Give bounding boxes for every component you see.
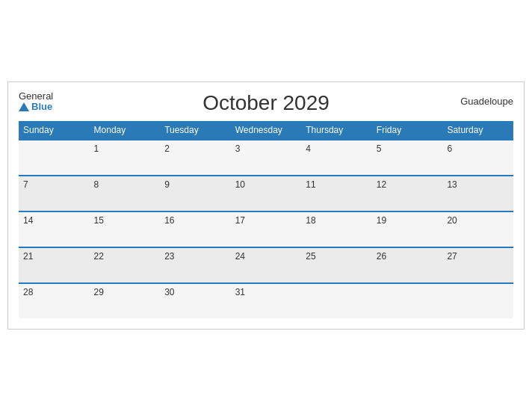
week-row-1: 123456 <box>19 140 513 176</box>
day-number: 16 <box>164 215 226 226</box>
day-number: 13 <box>447 179 509 190</box>
col-sunday: Sunday <box>19 121 90 140</box>
day-number: 25 <box>306 251 368 262</box>
day-cell: 31 <box>231 283 302 318</box>
day-number: 20 <box>447 215 509 226</box>
logo: General Blue <box>19 91 53 113</box>
logo-general-text: General <box>19 91 53 102</box>
day-cell: 11 <box>301 176 372 211</box>
day-cell: 7 <box>19 176 90 211</box>
day-number: 1 <box>94 143 156 154</box>
day-cell: 30 <box>160 283 231 318</box>
day-number: 15 <box>94 215 156 226</box>
day-number: 22 <box>94 251 156 262</box>
day-cell: 24 <box>231 247 302 283</box>
day-cell: 27 <box>442 247 513 283</box>
day-cell: 2 <box>160 140 231 176</box>
day-number: 23 <box>164 251 226 262</box>
day-number: 18 <box>306 215 368 226</box>
week-row-2: 78910111213 <box>19 176 513 211</box>
day-cell: 16 <box>160 211 231 247</box>
calendar-title: October 2029 <box>202 91 330 115</box>
calendar-body: 1234567891011121314151617181920212223242… <box>19 140 513 318</box>
day-number: 11 <box>306 179 368 190</box>
day-number: 7 <box>23 179 85 190</box>
day-number: 29 <box>94 287 156 297</box>
day-cell: 8 <box>90 176 161 211</box>
day-cell: 4 <box>301 140 372 176</box>
day-cell: 14 <box>19 211 90 247</box>
calendar-table: Sunday Monday Tuesday Wednesday Thursday… <box>19 121 513 318</box>
day-number: 8 <box>94 179 156 190</box>
day-number: 17 <box>235 215 297 226</box>
day-number: 21 <box>23 251 85 262</box>
day-cell <box>372 283 443 318</box>
day-cell: 1 <box>90 140 161 176</box>
day-number: 14 <box>23 215 85 226</box>
col-monday: Monday <box>90 121 161 140</box>
day-number: 28 <box>23 287 85 297</box>
day-cell: 18 <box>301 211 372 247</box>
col-thursday: Thursday <box>301 121 372 140</box>
day-number: 30 <box>164 287 226 297</box>
col-tuesday: Tuesday <box>160 121 231 140</box>
col-wednesday: Wednesday <box>231 121 302 140</box>
calendar-header: General Blue October 2029 Guadeloupe <box>19 91 513 115</box>
week-row-5: 28293031 <box>19 283 513 318</box>
day-cell: 17 <box>231 211 302 247</box>
day-cell: 10 <box>231 176 302 211</box>
day-number: 6 <box>447 143 509 154</box>
day-number: 31 <box>235 287 297 297</box>
day-cell: 19 <box>372 211 443 247</box>
day-number: 24 <box>235 251 297 262</box>
col-friday: Friday <box>372 121 443 140</box>
region-label: Guadeloupe <box>460 96 513 107</box>
day-cell: 9 <box>160 176 231 211</box>
logo-blue-text: Blue <box>19 102 53 112</box>
day-cell: 22 <box>90 247 161 283</box>
weekday-header-row: Sunday Monday Tuesday Wednesday Thursday… <box>19 121 513 140</box>
day-number: 19 <box>377 215 439 226</box>
day-cell: 3 <box>231 140 302 176</box>
day-number: 2 <box>164 143 226 154</box>
day-cell: 23 <box>160 247 231 283</box>
day-cell: 15 <box>90 211 161 247</box>
calendar-container: General Blue October 2029 Guadeloupe Sun… <box>7 81 525 330</box>
day-number: 4 <box>306 143 368 154</box>
day-cell <box>301 283 372 318</box>
day-number: 26 <box>377 251 439 262</box>
day-number: 10 <box>235 179 297 190</box>
day-number: 3 <box>235 143 297 154</box>
day-number: 27 <box>447 251 509 262</box>
day-cell: 25 <box>301 247 372 283</box>
day-number: 12 <box>377 179 439 190</box>
logo-triangle-icon <box>19 102 29 111</box>
week-row-4: 21222324252627 <box>19 247 513 283</box>
day-cell: 6 <box>442 140 513 176</box>
day-cell: 13 <box>442 176 513 211</box>
week-row-3: 14151617181920 <box>19 211 513 247</box>
day-cell <box>442 283 513 318</box>
day-cell: 28 <box>19 283 90 318</box>
day-cell: 20 <box>442 211 513 247</box>
day-number: 9 <box>164 179 226 190</box>
col-saturday: Saturday <box>442 121 513 140</box>
calendar-thead: Sunday Monday Tuesday Wednesday Thursday… <box>19 121 513 140</box>
day-cell <box>19 140 90 176</box>
day-cell: 26 <box>372 247 443 283</box>
day-cell: 12 <box>372 176 443 211</box>
day-cell: 29 <box>90 283 161 318</box>
day-cell: 21 <box>19 247 90 283</box>
day-number: 5 <box>377 143 439 154</box>
day-cell: 5 <box>372 140 443 176</box>
